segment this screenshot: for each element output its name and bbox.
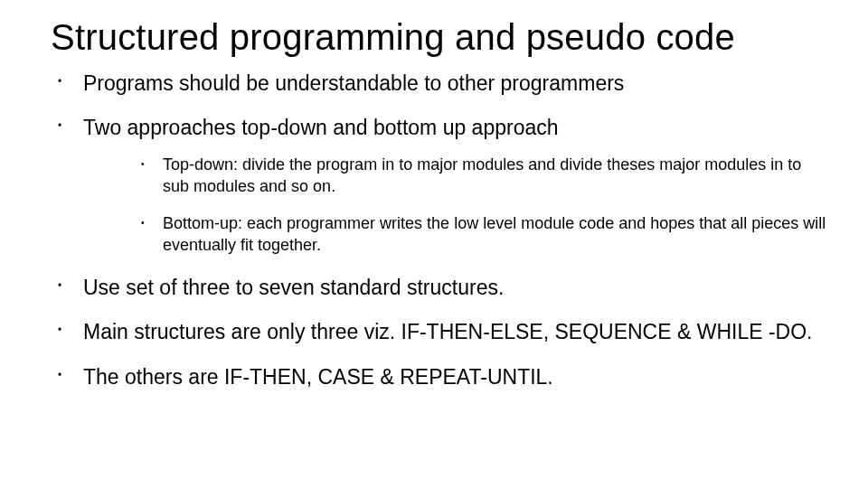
list-item: Two approaches top-down and bottom up ap… xyxy=(51,115,832,256)
list-item: Top-down: divide the program in to major… xyxy=(136,155,832,198)
list-item: Programs should be understandable to oth… xyxy=(51,70,832,97)
sub-bullet-list: Top-down: divide the program in to major… xyxy=(83,155,832,257)
bullet-text: Top-down: divide the program in to major… xyxy=(163,155,801,195)
bullet-text: Programs should be understandable to oth… xyxy=(83,71,624,95)
bullet-list: Programs should be understandable to oth… xyxy=(51,70,832,390)
bullet-text: Bottom-up: each programmer writes the lo… xyxy=(163,214,826,254)
bullet-text: Use set of three to seven standard struc… xyxy=(83,276,504,299)
list-item: Bottom-up: each programmer writes the lo… xyxy=(136,213,832,257)
list-item: The others are IF-THEN, CASE & REPEAT-UN… xyxy=(51,364,832,390)
bullet-text: Two approaches top-down and bottom up ap… xyxy=(83,116,559,139)
slide: Structured programming and pseudo code P… xyxy=(0,0,868,488)
slide-title: Structured programming and pseudo code xyxy=(51,16,832,58)
bullet-text: The others are IF-THEN, CASE & REPEAT-UN… xyxy=(83,365,553,389)
list-item: Use set of three to seven standard struc… xyxy=(51,275,832,301)
list-item: Main structures are only three viz. IF-T… xyxy=(51,319,832,345)
bullet-text: Main structures are only three viz. IF-T… xyxy=(83,320,812,343)
